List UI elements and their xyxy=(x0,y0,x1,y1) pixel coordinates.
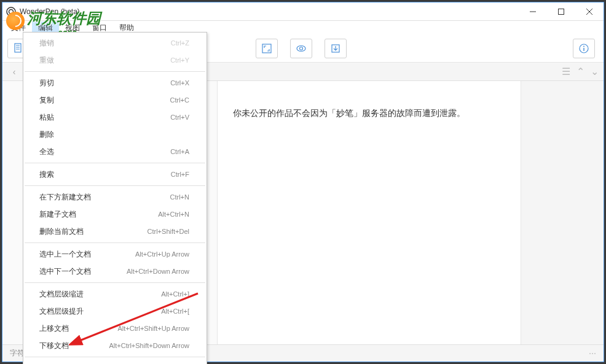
maximize-button[interactable] xyxy=(547,2,575,21)
menu-item-label: 在下方新建文档 xyxy=(39,192,91,203)
menu-item-删除[interactable]: 删除 xyxy=(23,126,207,143)
menu-item-label: 撤销 xyxy=(39,38,54,48)
menu-item-label: 文档层级提升 xyxy=(39,306,84,317)
svg-rect-10 xyxy=(262,44,271,53)
menu-separator xyxy=(25,357,205,357)
menu-item-label: 选中下一个文档 xyxy=(39,266,91,277)
menu-item-shortcut: Ctrl+F xyxy=(171,171,189,178)
menu-item-撤销: 撤销Ctrl+Z xyxy=(23,34,207,52)
menu-item-搜索[interactable]: 搜索Ctrl+F xyxy=(23,166,207,183)
menu-item-重做: 重做Ctrl+Y xyxy=(23,52,207,69)
tool-info-button[interactable] xyxy=(573,39,595,58)
menu-item-shortcut: Alt+Ctrl+[ xyxy=(161,308,189,315)
svg-rect-3 xyxy=(559,9,564,14)
menu-item-label: 上移文档 xyxy=(39,323,69,334)
right-panel xyxy=(521,81,604,344)
menu-item-全选[interactable]: 全选Ctrl+A xyxy=(23,143,207,160)
menu-item-shortcut: Alt+Ctrl+N xyxy=(158,211,189,218)
editor-text[interactable]: 你未公开的作品不会因为「妙笔」服务器的故障而遭到泄露。 xyxy=(233,106,508,121)
menu-item-shortcut: Ctrl+Y xyxy=(170,56,189,64)
tab-back-button[interactable]: ‹ xyxy=(7,65,21,79)
menu-item-插入[interactable]: 插入▶ xyxy=(23,360,207,364)
svg-point-0 xyxy=(7,7,15,16)
app-icon xyxy=(6,7,16,17)
tool-preview-button[interactable] xyxy=(290,39,312,58)
menu-item-shortcut: Alt+Ctrl+Shift+Up Arrow xyxy=(118,325,189,332)
menu-item-文档层级缩进[interactable]: 文档层级缩进Alt+Ctrl+] xyxy=(23,285,207,303)
chevron-down-icon[interactable]: ⌄ xyxy=(591,66,599,77)
menu-item-shortcut: Ctrl+Shift+Del xyxy=(148,228,189,235)
menu-separator xyxy=(25,185,205,186)
menu-item-粘贴[interactable]: 粘贴Ctrl+V xyxy=(23,109,207,126)
menu-item-label: 复制 xyxy=(39,95,54,106)
menu-item-删除当前文档[interactable]: 删除当前文档Ctrl+Shift+Del xyxy=(23,223,207,240)
window-title: WonderPen (beta) xyxy=(20,7,80,16)
tool-export-button[interactable] xyxy=(325,39,347,58)
menu-item-label: 删除当前文档 xyxy=(39,227,84,237)
menu-item-shortcut: Alt+Ctrl+Down Arrow xyxy=(127,268,189,275)
menu-item-在下方新建文档[interactable]: 在下方新建文档Ctrl+N xyxy=(23,188,207,206)
menu-item-shortcut: Alt+Ctrl+] xyxy=(161,290,189,298)
menu-item-文档层级提升[interactable]: 文档层级提升Alt+Ctrl+[ xyxy=(23,303,207,320)
status-more-icon[interactable]: ⋯ xyxy=(589,349,596,358)
menu-item-label: 搜索 xyxy=(39,169,54,180)
menu-item-shortcut: Ctrl+X xyxy=(170,79,189,87)
svg-point-1 xyxy=(9,9,14,14)
menu-separator xyxy=(25,71,205,72)
edit-dropdown-menu: 撤销Ctrl+Z重做Ctrl+Y剪切Ctrl+X复制Ctrl+C粘贴Ctrl+V… xyxy=(23,32,207,364)
svg-point-12 xyxy=(300,47,303,50)
menu-item-label: 选中上一个文档 xyxy=(39,249,91,260)
minimize-button[interactable] xyxy=(519,2,547,21)
menu-item-label: 剪切 xyxy=(39,78,54,88)
menu-item-shortcut: Ctrl+N xyxy=(170,193,189,201)
menu-item-label: 文档层级缩进 xyxy=(39,289,84,300)
tool-fullscreen-button[interactable] xyxy=(256,39,278,58)
menu-item-选中下一个文档[interactable]: 选中下一个文档Alt+Ctrl+Down Arrow xyxy=(23,263,207,280)
menu-item-选中上一个文档[interactable]: 选中上一个文档Alt+Ctrl+Up Arrow xyxy=(23,246,207,263)
menu-item-label: 新建子文档 xyxy=(39,209,76,220)
menu-item-label: 全选 xyxy=(39,147,54,157)
menu-item-下移文档[interactable]: 下移文档Alt+Ctrl+Shift+Down Arrow xyxy=(23,337,207,354)
menu-item-label: 粘贴 xyxy=(39,112,54,123)
menu-item-shortcut: Ctrl+V xyxy=(170,114,189,121)
editor[interactable]: 你未公开的作品不会因为「妙笔」服务器的故障而遭到泄露。 xyxy=(218,81,604,344)
menu-item-shortcut: Alt+Ctrl+Shift+Down Arrow xyxy=(109,342,189,349)
titlebar: WonderPen (beta) xyxy=(2,2,604,21)
menu-item-label: 删除 xyxy=(39,130,54,140)
menu-separator xyxy=(25,242,205,243)
menu-item-label: 下移文档 xyxy=(39,341,69,351)
menu-separator xyxy=(25,163,205,163)
menu-item-shortcut: Ctrl+C xyxy=(170,96,189,104)
svg-point-15 xyxy=(583,45,584,47)
menu-item-shortcut: Ctrl+Z xyxy=(171,39,189,47)
svg-point-11 xyxy=(297,45,305,51)
menu-item-shortcut: Alt+Ctrl+Up Arrow xyxy=(135,250,189,258)
menu-item-新建子文档[interactable]: 新建子文档Alt+Ctrl+N xyxy=(23,206,207,223)
menu-item-label: 重做 xyxy=(39,55,54,66)
close-button[interactable] xyxy=(575,2,604,21)
menu-item-复制[interactable]: 复制Ctrl+C xyxy=(23,91,207,109)
menu-item-上移文档[interactable]: 上移文档Alt+Ctrl+Shift+Up Arrow xyxy=(23,320,207,337)
chevron-up-icon[interactable]: ⌃ xyxy=(576,66,584,77)
menu-item-shortcut: Ctrl+A xyxy=(170,148,189,155)
menu-separator xyxy=(25,282,205,283)
svg-rect-6 xyxy=(15,44,21,52)
list-view-icon[interactable]: ☰ xyxy=(562,66,570,77)
menu-item-剪切[interactable]: 剪切Ctrl+X xyxy=(23,74,207,91)
